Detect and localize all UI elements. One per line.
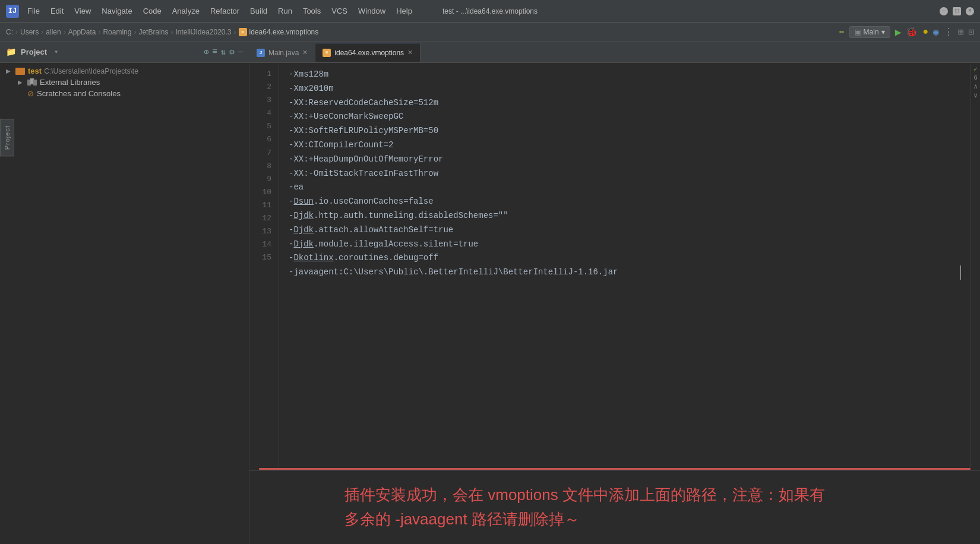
menu-view[interactable]: View: [69, 4, 96, 18]
profile-button[interactable]: ◉: [933, 26, 939, 38]
menu-tools[interactable]: Tools: [298, 4, 325, 18]
line-number-3: 3: [249, 94, 271, 107]
project-tree: ▶ test C:\Users\allen\IdeaProjects\te ▶ …: [0, 63, 249, 544]
minimize-button[interactable]: —: [940, 7, 948, 15]
code-line-9: -ea: [289, 181, 961, 195]
tab-vmoptions-close[interactable]: ✕: [407, 49, 413, 56]
menu-vcs[interactable]: VCS: [327, 4, 352, 18]
window-title: test - ...\idea64.exe.vmoptions: [442, 7, 538, 15]
project-panel-header: 📁 Project ▾ ⊕ ≡ ⇅ ⚙ —: [0, 42, 249, 63]
menu-analyze[interactable]: Analyze: [167, 4, 204, 18]
vmoptions-file-icon: ≡: [239, 28, 247, 36]
run-button[interactable]: ▶: [895, 26, 902, 39]
scratches-icon: ⊘: [27, 89, 34, 98]
line-number-8: 8: [249, 160, 271, 173]
code-line-2: -Xmx2010m: [289, 82, 961, 96]
gutter-down-arrow[interactable]: ∨: [973, 91, 978, 99]
breadcrumb-toolbar: ⬅ ▣ Main ▾ ▶ 🐞 ● ◉ ⋮ ⊞ ⊡: [839, 26, 974, 39]
breadcrumb-allen[interactable]: allen: [46, 28, 61, 36]
code-line-4: -XX:+UseConcMarkSweepGC: [289, 110, 961, 124]
code-line-15: -javaagent:C:\Users\Public\.BetterIntell…: [289, 265, 961, 280]
menu-help[interactable]: Help: [391, 4, 417, 18]
menu-build[interactable]: Build: [245, 4, 272, 18]
menu-refactor[interactable]: Refactor: [206, 4, 244, 18]
line-number-4: 4: [249, 107, 271, 120]
menu-window[interactable]: Window: [353, 4, 390, 18]
code-editor[interactable]: 123456789101112131415 -Xms128m-Xmx2010m-…: [249, 63, 980, 468]
breadcrumb-roaming[interactable]: Roaming: [103, 28, 131, 36]
line-number-9: 9: [249, 173, 271, 186]
app-icon: IJ: [6, 5, 19, 18]
code-line-3: -XX:ReservedCodeCacheSize=512m: [289, 96, 961, 110]
menu-run[interactable]: Run: [273, 4, 297, 18]
annotation-area: 插件安装成功，会在 vmoptions 文件中添加上面的路径，注意：如果有 多余…: [249, 470, 980, 544]
debug-button[interactable]: 🐞: [906, 26, 918, 38]
breadcrumb-sep-6: ›: [170, 28, 173, 36]
editor-section: J Main.java ✕ ≡ idea64.exe.vmoptions ✕ 1…: [249, 42, 980, 544]
menu-navigate[interactable]: Navigate: [97, 4, 137, 18]
code-line-11: -Djdk.http.auth.tunneling.disabledScheme…: [289, 209, 961, 223]
annotation-line2: 多余的 -javaagent 路径请删除掉～: [344, 507, 962, 532]
menu-edit[interactable]: Edit: [46, 4, 68, 18]
right-gutter: ✓ 6 ∧ ∨: [970, 63, 980, 468]
breadcrumb-sep-7: ›: [234, 28, 236, 36]
split-button[interactable]: ⊞: [958, 26, 964, 38]
project-panel: 📁 Project ▾ ⊕ ≡ ⇅ ⚙ — ▶ test C:\Users\al…: [0, 42, 249, 544]
coverage-button[interactable]: ●: [922, 27, 928, 37]
collapse-icon[interactable]: ≡: [212, 47, 217, 57]
gutter-check-icon: ✓: [973, 65, 978, 73]
gutter-count: 6: [973, 74, 978, 81]
tab-main-java-label: Main.java: [268, 49, 299, 57]
breadcrumb-c[interactable]: C:: [6, 28, 13, 36]
menu-code[interactable]: Code: [138, 4, 166, 18]
breadcrumb-appdata[interactable]: AppData: [68, 28, 96, 36]
line-number-15: 15: [249, 251, 271, 264]
back-nav-icon[interactable]: ⬅: [839, 26, 845, 38]
svg-rect-2: [33, 80, 37, 86]
gutter-up-arrow[interactable]: ∧: [973, 83, 978, 90]
breadcrumb-intellij[interactable]: IntelliJIdea2020.3: [175, 28, 231, 36]
tab-main-java[interactable]: J Main.java ✕: [249, 43, 315, 62]
settings-icon[interactable]: ⚙: [229, 47, 234, 57]
breadcrumb-file[interactable]: ≡ idea64.exe.vmoptions: [239, 28, 319, 36]
locate-icon[interactable]: ⊕: [204, 47, 208, 57]
code-line-5: -XX:SoftRefLRUPolicyMSPerMB=50: [289, 124, 961, 138]
tree-item-scratches[interactable]: ▶ ⊘ Scratches and Consoles: [0, 88, 249, 99]
close-button[interactable]: ×: [966, 7, 974, 15]
code-lines[interactable]: -Xms128m-Xmx2010m-XX:ReservedCodeCacheSi…: [279, 63, 970, 468]
menu-file[interactable]: File: [23, 4, 45, 18]
breadcrumb-sep-3: ›: [64, 28, 66, 36]
dropdown-arrow-icon: ▾: [881, 28, 885, 36]
frame-button[interactable]: ⊡: [968, 26, 974, 38]
line-numbers: 123456789101112131415: [249, 63, 279, 468]
code-line-10: -Dsun.io.useCanonCaches=false: [289, 195, 961, 209]
line-number-11: 11: [249, 199, 271, 212]
tab-main-java-close[interactable]: ✕: [302, 49, 308, 56]
project-folder-icon: 📁: [6, 47, 16, 57]
line-number-10: 10: [249, 186, 271, 199]
vmoptions-tab-icon: ≡: [323, 49, 331, 57]
project-title: Project: [21, 48, 47, 56]
main-layout: 📁 Project ▾ ⊕ ≡ ⇅ ⚙ — ▶ test C:\Users\al…: [0, 42, 980, 544]
tree-arrow-libs: ▶: [18, 79, 27, 86]
run-config-icon: ▣: [855, 28, 861, 36]
project-vertical-tab[interactable]: Project: [0, 119, 14, 156]
window-controls: — □ ×: [940, 7, 974, 15]
title-bar: IJ File Edit View Navigate Code Analyze …: [0, 0, 980, 23]
line-number-6: 6: [249, 133, 271, 146]
java-file-icon: J: [257, 49, 265, 57]
tab-vmoptions[interactable]: ≡ idea64.exe.vmoptions ✕: [315, 43, 421, 62]
breadcrumb-jetbrains[interactable]: JetBrains: [138, 28, 168, 36]
maximize-button[interactable]: □: [953, 7, 961, 15]
sort-icon[interactable]: ⇅: [221, 47, 226, 57]
line-number-7: 7: [249, 147, 271, 160]
project-dropdown-arrow[interactable]: ▾: [54, 48, 58, 56]
breadcrumb-bar: C: › Users › allen › AppData › Roaming ›…: [0, 23, 980, 42]
main-config-dropdown[interactable]: ▣ Main ▾: [849, 26, 890, 38]
breadcrumb-sep-2: ›: [41, 28, 43, 36]
breadcrumb-users[interactable]: Users: [20, 28, 39, 36]
layout-button[interactable]: ⋮: [944, 26, 953, 38]
close-panel-icon[interactable]: —: [238, 47, 243, 57]
tree-item-test[interactable]: ▶ test C:\Users\allen\IdeaProjects\te: [0, 65, 249, 77]
tree-item-external-libs[interactable]: ▶ External Libraries: [0, 77, 249, 88]
